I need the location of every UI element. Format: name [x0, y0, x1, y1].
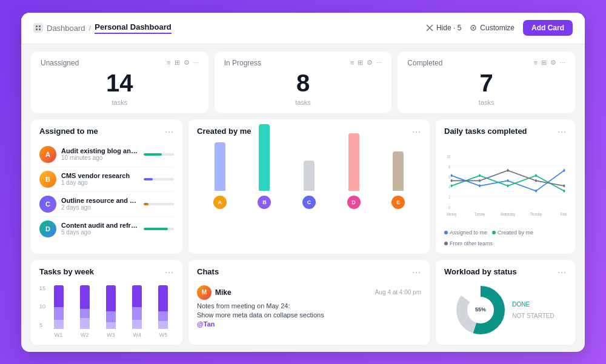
svg-point-5	[473, 27, 474, 29]
task-list: A Audit existing blog and website 10 min…	[39, 142, 174, 241]
bar	[304, 160, 315, 191]
expand-icon-3[interactable]: ⊞	[541, 59, 547, 67]
week-bar-group: W4	[127, 285, 148, 338]
stacked-bar	[158, 285, 168, 329]
inprogress-label: In Progress	[224, 59, 261, 67]
task-bar-fill	[144, 203, 148, 205]
svg-point-25	[507, 179, 509, 182]
svg-rect-1	[39, 25, 41, 27]
pie-not-label: NOT STARTED	[512, 313, 554, 319]
daily-panel: Daily tasks completed ··· 0246810MondayT…	[436, 119, 575, 254]
expand-icon[interactable]: ⊞	[175, 59, 180, 67]
svg-point-28	[451, 184, 453, 187]
svg-text:6: 6	[448, 174, 450, 179]
y-label-5: 5	[39, 322, 45, 328]
task-bar-fill	[144, 228, 168, 230]
bar-avatar: D	[347, 196, 361, 209]
tasks-week-panel: Tasks by week ··· 15 10 5 W1W2W3W4W5	[31, 260, 182, 345]
svg-point-29	[479, 174, 481, 177]
breadcrumb-separator: /	[89, 24, 92, 33]
tasks-week-menu[interactable]: ···	[165, 267, 174, 277]
header-actions: Hide · 5 Customize Add Card	[426, 20, 573, 36]
week-bars-group	[106, 285, 116, 329]
pie-container: 55% DONE NOT STARTED	[444, 283, 567, 337]
more-icon-3[interactable]: ···	[560, 59, 565, 67]
svg-point-33	[451, 179, 453, 182]
week-bar-group: W3	[100, 285, 121, 338]
unassigned-stat: Unassigned ≡ ⊞ ⚙ ··· 14 tasks	[31, 51, 208, 113]
week-bars: W1W2W3W4W5	[48, 283, 174, 338]
task-time: 2 days ago	[61, 204, 139, 211]
workload-title: Workload by status	[444, 267, 517, 276]
settings-icon-2[interactable]: ⚙	[367, 59, 373, 67]
bar-avatar: A	[213, 196, 227, 209]
task-avatar: C	[39, 196, 56, 213]
workload-panel: Workload by status ··· 55% DONE	[436, 260, 575, 345]
task-progress-bar	[144, 153, 174, 156]
hide-button[interactable]: Hide · 5	[426, 24, 461, 32]
filter-icon[interactable]: ≡	[167, 59, 170, 67]
week-bar-group: W5	[153, 285, 174, 338]
bar-avatar: E	[391, 196, 405, 209]
daily-menu[interactable]: ···	[558, 127, 567, 136]
task-item[interactable]: C Outline resource and budget needs 2 da…	[39, 192, 174, 217]
bar-segment	[80, 285, 90, 309]
stat-icons-3: ≡ ⊞ ⚙ ···	[533, 59, 565, 67]
svg-point-26	[535, 189, 537, 192]
week-bars-group	[80, 285, 90, 329]
assigned-panel: Assigned to me ··· A Audit existing blog…	[31, 119, 182, 254]
assigned-menu[interactable]: ···	[165, 127, 174, 136]
chat-mention[interactable]: @Tan	[197, 320, 215, 328]
bar-avatar: B	[258, 196, 271, 209]
task-bar-fill	[144, 153, 162, 156]
filter-icon-2[interactable]: ≡	[350, 59, 354, 67]
bar-segment	[158, 311, 168, 321]
settings-icon[interactable]: ⚙	[184, 59, 190, 67]
stacked-bar	[132, 285, 142, 329]
week-bar-group: W2	[74, 285, 95, 338]
created-menu[interactable]: ···	[412, 127, 421, 136]
task-bar-fill	[144, 178, 153, 180]
svg-text:10: 10	[447, 153, 450, 158]
chats-title: Chats	[197, 267, 219, 276]
task-avatar: D	[39, 220, 56, 237]
pie-chart: 55%	[456, 286, 505, 334]
svg-text:0: 0	[448, 205, 450, 210]
svg-point-34	[479, 179, 481, 182]
task-item[interactable]: B CMS vendor research 1 day ago	[39, 167, 174, 192]
task-name: Content audit and refresh	[61, 222, 139, 229]
assigned-panel-header: Assigned to me ···	[39, 127, 174, 136]
task-time: 10 minutes ago	[61, 154, 139, 161]
settings-icon-3[interactable]: ⚙	[550, 59, 556, 67]
customize-button[interactable]: Customize	[470, 24, 514, 32]
add-card-button[interactable]: Add Card	[523, 20, 573, 36]
more-icon-2[interactable]: ···	[376, 59, 382, 67]
task-info: Audit existing blog and website 10 minut…	[61, 147, 139, 161]
filter-icon-3[interactable]: ≡	[533, 59, 537, 67]
task-name: CMS vendor research	[61, 172, 139, 179]
chat-sender: Mike	[215, 288, 231, 297]
bar-segment	[54, 307, 64, 320]
week-bars-group	[158, 285, 168, 329]
task-avatar: A	[39, 146, 56, 163]
stats-row: Unassigned ≡ ⊞ ⚙ ··· 14 tasks In Progres…	[31, 51, 575, 113]
breadcrumb: Dashboard / Personal Dashboard	[33, 22, 171, 34]
header: Dashboard / Personal Dashboard Hide · 5 …	[21, 13, 585, 44]
created-panel: Created by me ··· A B C D E	[188, 119, 430, 254]
svg-text:Monday: Monday	[447, 212, 456, 216]
bar	[348, 133, 359, 191]
week-bar-group: W1	[48, 285, 69, 338]
inprogress-unit: tasks	[224, 99, 382, 106]
svg-text:Tuesday: Tuesday	[474, 212, 485, 216]
more-icon[interactable]: ···	[193, 59, 199, 67]
task-item[interactable]: A Audit existing blog and website 10 min…	[39, 142, 174, 167]
svg-text:4: 4	[448, 184, 450, 189]
workload-menu[interactable]: ···	[558, 267, 567, 277]
bar-segment	[54, 285, 64, 307]
chats-menu[interactable]: ···	[412, 267, 421, 277]
task-progress-bar	[144, 203, 174, 205]
task-item[interactable]: D Content audit and refresh 5 days ago	[39, 217, 174, 241]
svg-text:Wednesday: Wednesday	[501, 212, 515, 216]
workload-header: Workload by status ···	[444, 267, 567, 277]
expand-icon-2[interactable]: ⊞	[358, 59, 363, 67]
